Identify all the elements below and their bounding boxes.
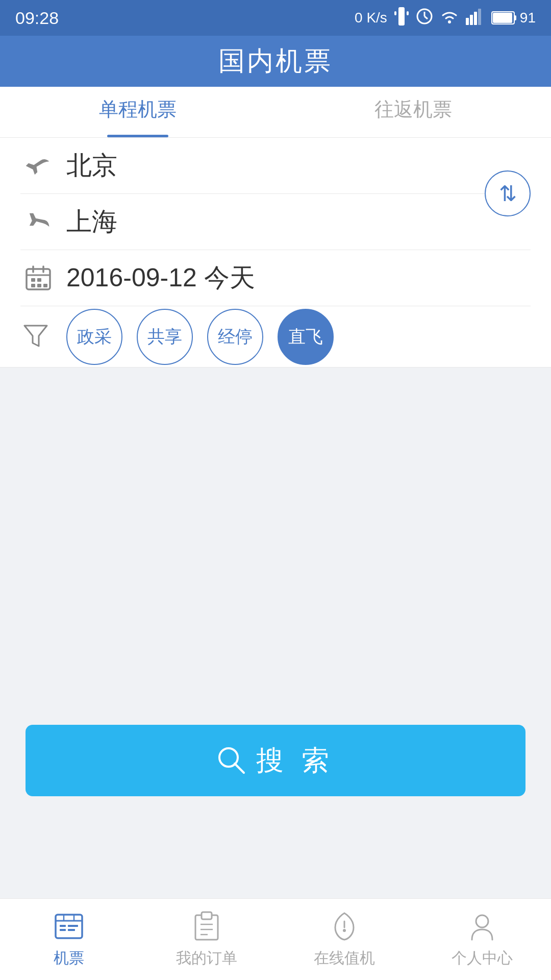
calendar-icon [20, 265, 56, 291]
nav-label-profile: 个人中心 [452, 948, 513, 969]
svg-rect-22 [43, 284, 47, 287]
status-right-icons: 0 K/s 91 [355, 7, 536, 29]
search-section: 搜 索 [0, 715, 551, 796]
orders-nav-icon [190, 910, 223, 943]
svg-rect-2 [407, 11, 409, 15]
svg-rect-10 [478, 9, 481, 25]
svg-line-5 [424, 16, 428, 19]
svg-rect-27 [60, 925, 66, 927]
nav-item-orders[interactable]: 我的订单 [138, 899, 276, 980]
tab-bar: 单程机票 往返机票 [0, 87, 551, 138]
arrival-icon [20, 209, 56, 235]
signal-icon [466, 8, 484, 29]
checkin-nav-icon [328, 910, 361, 943]
svg-rect-8 [470, 15, 473, 25]
filter-chip-zhifei[interactable]: 直飞 [278, 309, 334, 365]
search-icon [216, 745, 246, 776]
tab-round-trip-label: 往返机票 [374, 96, 452, 122]
svg-rect-29 [68, 925, 78, 927]
svg-rect-30 [68, 929, 75, 931]
filter-icon [20, 324, 51, 350]
status-time: 09:28 [15, 8, 59, 28]
svg-point-40 [476, 915, 488, 927]
departure-icon [20, 153, 56, 179]
battery-icon: 91 [491, 10, 536, 26]
svg-rect-21 [37, 284, 41, 287]
tab-one-way[interactable]: 单程机票 [0, 87, 276, 137]
svg-point-6 [448, 20, 451, 23]
filter-chips: 政采 共享 经停 直飞 [66, 309, 531, 365]
wifi-icon [440, 9, 459, 27]
from-row[interactable]: 北京 ⇅ [20, 138, 531, 194]
page-header: 国内机票 [0, 36, 551, 87]
nav-label-checkin: 在线值机 [314, 948, 375, 969]
filter-chip-jingting[interactable]: 经停 [207, 309, 263, 365]
svg-rect-13 [493, 13, 512, 23]
status-bar: 09:28 0 K/s 91 [0, 0, 551, 36]
svg-rect-7 [466, 18, 469, 25]
svg-rect-18 [31, 278, 35, 282]
from-city-value[interactable]: 北京 [56, 149, 531, 183]
svg-line-24 [235, 764, 244, 773]
svg-rect-12 [514, 15, 516, 20]
nav-item-checkin[interactable]: 在线值机 [276, 899, 413, 980]
main-content: 单程机票 往返机票 北京 ⇅ [0, 87, 551, 368]
svg-rect-0 [398, 7, 405, 26]
filter-chip-gongxiang[interactable]: 共享 [137, 309, 193, 365]
filter-chip-zhengcai[interactable]: 政采 [66, 309, 122, 365]
nav-item-tickets[interactable]: 机票 [0, 899, 138, 980]
nav-label-orders: 我的订单 [176, 948, 237, 969]
page-title: 国内机票 [218, 43, 333, 79]
tickets-nav-icon [53, 910, 85, 943]
tab-active-indicator [107, 135, 168, 137]
search-button[interactable]: 搜 索 [26, 725, 525, 796]
battery-percent: 91 [520, 10, 536, 26]
svg-rect-9 [474, 12, 477, 25]
clock-icon [416, 8, 433, 29]
date-row[interactable]: 2016-09-12 今天 [20, 250, 531, 306]
bottom-nav: 机票 我的订单 在线值机 [0, 898, 551, 980]
filter-row: 政采 共享 经停 直飞 [0, 306, 551, 368]
to-row[interactable]: 上海 [20, 194, 531, 250]
svg-rect-20 [31, 284, 35, 287]
svg-point-39 [343, 929, 346, 932]
tab-one-way-label: 单程机票 [99, 96, 177, 122]
search-button-label: 搜 索 [256, 742, 334, 779]
svg-rect-28 [60, 929, 66, 931]
to-city-value[interactable]: 上海 [56, 205, 531, 239]
profile-nav-icon [466, 910, 498, 943]
svg-rect-1 [394, 11, 396, 15]
date-value[interactable]: 2016-09-12 今天 [56, 261, 531, 295]
nav-item-profile[interactable]: 个人中心 [413, 899, 551, 980]
empty-area [0, 368, 551, 715]
svg-rect-19 [37, 278, 41, 282]
network-speed: 0 K/s [355, 10, 387, 26]
form-section: 北京 ⇅ 上海 [0, 138, 551, 306]
nav-label-tickets: 机票 [54, 948, 84, 969]
tab-round-trip[interactable]: 往返机票 [276, 87, 551, 137]
vibrate-icon [394, 7, 409, 29]
svg-rect-34 [202, 912, 212, 919]
